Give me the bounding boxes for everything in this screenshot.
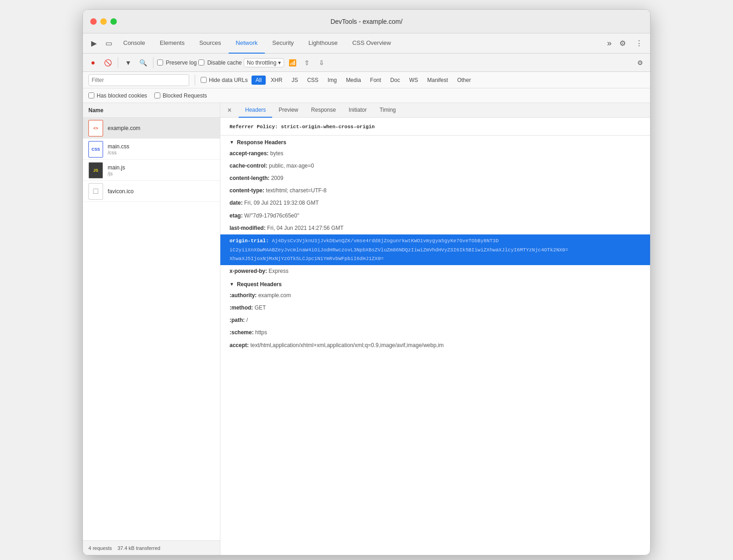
tab-network[interactable]: Network [229,33,265,54]
window-controls [90,18,117,25]
search-icon[interactable]: 🔍 [137,56,149,69]
filter-divider [195,75,195,86]
file-info: example.com [108,125,214,131]
more-options-icon[interactable]: ⋮ [632,36,646,51]
list-item[interactable]: □ favicon.ico [83,181,220,202]
throttle-select[interactable]: No throttling ▾ [244,58,284,67]
type-xhr-button[interactable]: XHR [267,76,286,85]
header-val: 2009 [271,175,284,181]
header-val: bytes [270,150,284,157]
tab-security[interactable]: Security [265,33,301,54]
type-doc-button[interactable]: Doc [386,76,404,85]
header-val: GET [255,304,266,311]
type-all-button[interactable]: All [252,76,266,85]
file-path: /js [108,171,214,176]
wifi-icon[interactable]: 📶 [286,56,299,69]
file-name: favicon.ico [108,188,214,195]
header-key: accept: [230,342,249,348]
close-button[interactable] [90,18,97,25]
preserve-log-input[interactable] [157,60,163,65]
disable-cache-checkbox[interactable]: Disable cache [198,60,241,66]
origin-trial-val: Aj4DysCv3VjknU3jJvkDEwnQZK/vmse4rdd8jZog… [230,238,568,261]
header-key: content-length: [230,175,269,181]
responsive-icon[interactable]: ▭ [101,36,116,51]
preserve-log-checkbox[interactable]: Preserve log [157,60,197,66]
header-row: :scheme: https [220,326,650,339]
tab-console[interactable]: Console [116,33,153,54]
tab-preview[interactable]: Preview [272,103,305,118]
file-name: main.js [108,164,214,171]
requests-count: 4 requests [88,545,112,551]
tabs-overflow-button[interactable]: » [603,38,615,48]
tab-lighthouse[interactable]: Lighthouse [301,33,345,54]
header-row: content-length: 2009 [220,172,650,185]
type-other-button[interactable]: Other [453,76,475,85]
list-item[interactable]: CSS main.css /css [83,139,220,160]
close-panel-button[interactable]: × [224,105,235,116]
blocked-requests-input[interactable] [154,92,160,98]
list-item[interactable]: JS main.js /js [83,160,220,181]
header-row: :authority: example.com [220,289,650,302]
download-icon[interactable]: ⇩ [315,56,328,69]
tab-headers[interactable]: Headers [239,103,272,118]
header-key: :authority: [230,292,257,299]
header-val: example.com [258,292,291,299]
header-key: accept-ranges: [230,150,268,157]
header-val: W/"7d9-179d76c65e0" [244,212,299,219]
tab-timing[interactable]: Timing [373,103,402,118]
settings-icon[interactable]: ⚙ [615,36,630,51]
header-row: accept: text/html,application/xhtml+xml,… [220,339,650,352]
clear-button[interactable]: 🚫 [101,56,114,69]
tab-initiator[interactable]: Initiator [342,103,373,118]
header-row: cache-control: public, max-age=0 [220,160,650,172]
response-headers-section[interactable]: Response Headers [220,136,650,147]
type-img-button[interactable]: Img [323,76,341,85]
blocked-row: Has blocked cookies Blocked Requests [83,88,650,103]
cursor-icon[interactable]: ▶ [87,36,101,51]
main-content: Name <> example.com CSS main.css /css [83,103,650,555]
type-ws-button[interactable]: WS [405,76,422,85]
tabs-list: Console Elements Sources Network Securit… [116,33,603,54]
titlebar: DevTools - example.com/ [83,10,650,33]
ico-icon: □ [88,183,103,200]
tab-sources[interactable]: Sources [192,33,229,54]
files-panel: Name <> example.com CSS main.css /css [83,103,220,555]
file-name: example.com [108,125,214,131]
disable-cache-input[interactable] [198,60,204,65]
has-blocked-cookies-input[interactable] [88,92,94,98]
tab-elements[interactable]: Elements [153,33,192,54]
record-button[interactable]: ● [87,56,99,69]
devtools-tab-bar: ▶ ▭ Console Elements Sources Network Sec… [83,33,650,54]
type-font-button[interactable]: Font [366,76,385,85]
chevron-down-icon: ▾ [278,60,281,66]
file-list: <> example.com CSS main.css /css JS [83,118,220,540]
list-item[interactable]: <> example.com [83,118,220,139]
minimize-button[interactable] [100,18,107,25]
network-toolbar: ● 🚫 ▼ 🔍 Preserve log Disable cache No th… [83,54,650,72]
tab-response[interactable]: Response [305,103,342,118]
header-val: Fri, 09 Jul 2021 19:32:08 GMT [244,200,319,206]
type-manifest-button[interactable]: Manifest [423,76,452,85]
blocked-requests-checkbox[interactable]: Blocked Requests [154,92,207,99]
hide-data-urls-input[interactable] [201,77,207,83]
file-name: main.css [108,143,214,150]
type-media-button[interactable]: Media [342,76,365,85]
filter-input-wrap [88,74,189,86]
filter-icon[interactable]: ▼ [122,56,135,69]
filter-input[interactable] [92,77,186,83]
header-row: last-modified: Fri, 04 Jun 2021 14:27:56… [220,222,650,234]
has-blocked-cookies-checkbox[interactable]: Has blocked cookies [88,92,147,99]
network-settings-icon[interactable]: ⚙ [634,56,646,69]
toolbar-divider-2 [153,57,153,68]
upload-icon[interactable]: ⇧ [301,56,313,69]
type-css-button[interactable]: CSS [303,76,323,85]
tab-css-overview[interactable]: CSS Overview [345,33,399,54]
type-js-button[interactable]: JS [287,76,302,85]
toolbar-divider-1 [118,57,118,68]
maximize-button[interactable] [110,18,117,25]
request-headers-section[interactable]: Request Headers [220,277,650,289]
window-title: DevTools - example.com/ [330,18,402,25]
file-info: favicon.ico [108,188,214,195]
hide-data-urls-checkbox[interactable]: Hide data URLs [201,77,248,83]
files-header: Name [83,103,220,118]
